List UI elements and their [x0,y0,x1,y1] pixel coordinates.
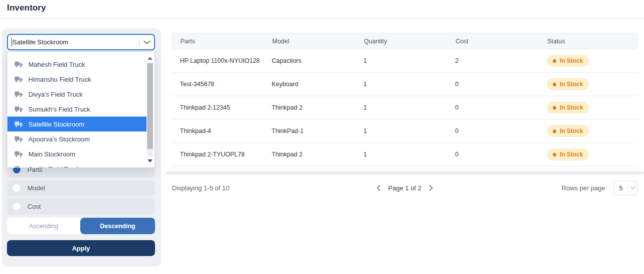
status-badge: In Stock [547,125,589,137]
dropdown-item[interactable]: Divya's Field Truck [7,87,147,102]
dropdown-scrollbar[interactable] [146,54,154,165]
status-text: In Stock [560,57,583,64]
table-body: HP Laptop 1100x-NYUIO128Capacitors12In S… [172,49,638,166]
scroll-up-arrow[interactable] [146,54,154,62]
dot-icon [553,106,556,110]
cell-quantity: 1 [355,151,447,158]
section-divider [166,171,644,174]
dropdown-item[interactable]: Satellite Stockroom [7,117,147,132]
truck-icon [14,136,23,142]
status-badge: In Stock [547,102,589,114]
dropdown-item[interactable]: Mahesh Field Truck [7,57,147,72]
table-footer: Displaying 1-5 of 10 Page 1 of 2 Rows pe… [172,180,638,195]
status-text: In Stock [560,81,583,88]
dropdown-item[interactable]: Himanshu Field Truck [7,72,147,87]
dropdown-item[interactable]: Apoorva's Stockroom [7,132,147,146]
cell-parts: Test-345678 [172,81,264,88]
sort-field-model[interactable]: Model [7,180,155,196]
scroll-down-arrow[interactable] [146,157,154,165]
dropdown-item-label: Satellite Stockroom [28,121,84,128]
table-header: PartsModelQuantityCostStatus [172,33,638,49]
column-header-cost: Cost [448,38,539,45]
combobox-value: Satellite Stockroom [12,38,68,46]
dot-icon [553,59,556,63]
text-cursor [11,38,12,46]
descending-button[interactable]: Descending [80,218,155,234]
cell-quantity: 1 [355,57,447,64]
truck-icon [14,150,23,157]
cell-cost: 0 [447,128,539,135]
rows-per-page: Rows per page 5 [562,181,638,195]
inventory-page: Inventory Satellite Stockroom PartsModel… [0,0,644,274]
dropdown-item[interactable]: Sumukh's Field Truck [7,102,147,117]
prev-page-button[interactable] [377,185,381,191]
truck-icon [14,106,23,113]
cell-status: In Stock [539,125,638,137]
column-header-model: Model [264,38,356,45]
header-divider [0,18,644,19]
triangle-down-icon [148,159,153,162]
dot-icon [553,153,556,156]
truck-icon [14,61,23,68]
dropdown-item-label: Joell's Field Truck [28,165,80,168]
truck-icon [14,76,23,83]
chevron-down-icon[interactable] [140,40,154,44]
column-header-quantity: Quantity [356,38,448,45]
dropdown-item-label: Apoorva's Stockroom [28,136,90,143]
dot-icon [553,130,556,133]
dropdown-item[interactable]: Joell's Field Truck [7,161,147,168]
table-row: Thinkpad 2-12345Thinkpad 210In Stock [172,96,638,120]
status-badge: In Stock [547,148,589,160]
apply-button[interactable]: Apply [7,240,155,256]
ascending-button[interactable]: Ascending [7,218,80,234]
status-badge: In Stock [547,55,589,67]
page-indicator: Page 1 of 2 [388,184,422,192]
radio-model[interactable] [13,184,20,192]
cell-cost: 0 [447,81,539,88]
cell-quantity: 1 [355,81,447,88]
table-row: Test-345678Keyboard10In Stock [172,73,638,96]
dropdown-item-label: Main Stockroom [28,150,75,158]
dropdown-item-label: Mahesh Field Truck [28,61,85,68]
scrollbar-thumb[interactable] [147,63,153,149]
cell-quantity: 1 [355,104,447,111]
next-page-button[interactable] [429,185,433,191]
rows-per-page-select[interactable]: 5 [614,181,638,195]
rows-per-page-label: Rows per page [562,184,605,192]
truck-icon [14,165,23,168]
sort-order-toggle: Ascending Descending [7,218,155,234]
truck-icon [14,91,23,98]
cell-cost: 0 [447,151,539,158]
page-title: Inventory [7,3,46,13]
status-text: In Stock [560,128,583,135]
table-row: Thinkpad-4ThinkPad-110In Stock [172,120,638,143]
pagination: Page 1 of 2 [377,184,433,192]
cell-parts: Thinkpad 2-TYUOPL78 [172,151,264,158]
cell-cost: 0 [447,104,539,111]
status-badge: In Stock [547,78,589,90]
chevron-down-icon [628,186,637,190]
column-header-status: Status [539,38,637,45]
dropdown-item-label: Himanshu Field Truck [28,76,91,83]
sort-field-cost[interactable]: Cost [7,198,155,215]
rows-per-page-value: 5 [614,184,628,192]
status-text: In Stock [560,151,583,158]
radio-cost[interactable] [13,203,20,210]
scrollbar-track[interactable] [147,62,153,157]
dropdown-item[interactable]: Main Stockroom [7,146,147,161]
dropdown-item-label: Sumukh's Field Truck [28,106,90,113]
cell-status: In Stock [539,102,638,114]
stockroom-combobox[interactable]: Satellite Stockroom [7,34,155,50]
stockroom-dropdown: Mahesh Field TruckHimanshu Field TruckDi… [7,51,155,168]
cell-quantity: 1 [355,128,447,135]
dropdown-item-label: Divya's Field Truck [28,91,83,98]
dot-icon [553,83,556,86]
table-row: HP Laptop 1100x-NYUIO128Capacitors12In S… [172,49,638,73]
cell-status: In Stock [539,148,638,160]
cell-cost: 2 [447,57,539,64]
column-header-parts: Parts [172,38,264,45]
cell-model: Thinkpad 2 [264,151,355,158]
cell-model: Capacitors [264,57,355,64]
status-text: In Stock [560,104,583,111]
cell-model: Keyboard [264,81,355,88]
